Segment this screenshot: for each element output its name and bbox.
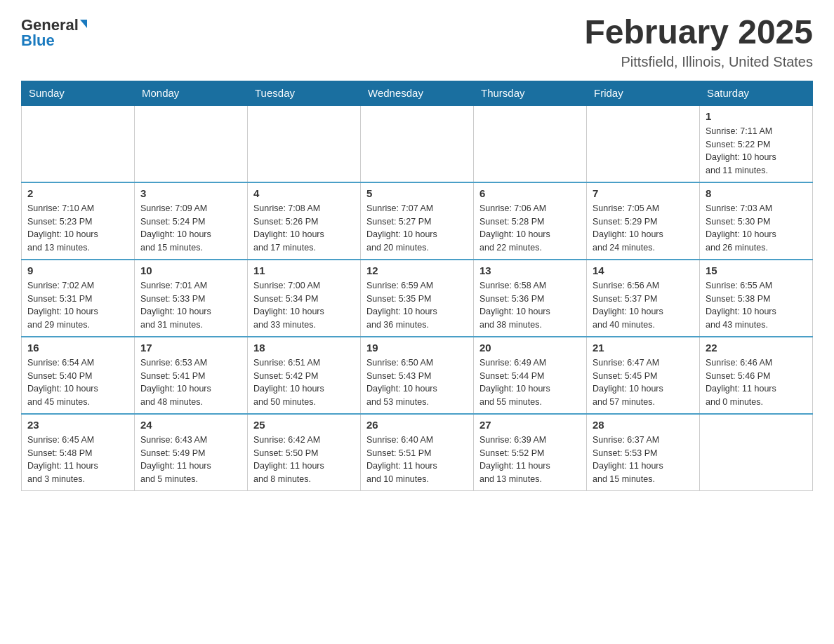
calendar-cell: 13Sunrise: 6:58 AMSunset: 5:36 PMDayligh…: [474, 260, 587, 337]
weekday-header-saturday: Saturday: [700, 81, 813, 105]
day-info: Sunrise: 7:05 AMSunset: 5:29 PMDaylight:…: [593, 202, 694, 255]
day-number: 14: [593, 264, 694, 276]
calendar-week-1: 1Sunrise: 7:11 AMSunset: 5:22 PMDaylight…: [22, 105, 813, 182]
day-info: Sunrise: 6:37 AMSunset: 5:53 PMDaylight:…: [593, 434, 694, 486]
weekday-header-monday: Monday: [135, 81, 248, 105]
day-info: Sunrise: 7:02 AMSunset: 5:31 PMDaylight:…: [27, 279, 128, 332]
day-number: 12: [366, 264, 468, 276]
day-number: 16: [27, 342, 128, 354]
calendar-cell: 2Sunrise: 7:10 AMSunset: 5:23 PMDaylight…: [22, 182, 135, 260]
day-number: 7: [593, 187, 694, 199]
calendar-cell: 18Sunrise: 6:51 AMSunset: 5:42 PMDayligh…: [248, 337, 361, 414]
weekday-header-friday: Friday: [587, 81, 700, 105]
calendar-cell: 24Sunrise: 6:43 AMSunset: 5:49 PMDayligh…: [135, 414, 248, 491]
calendar-cell: [22, 105, 135, 182]
day-number: 23: [27, 419, 128, 431]
calendar-week-3: 9Sunrise: 7:02 AMSunset: 5:31 PMDaylight…: [22, 260, 813, 337]
day-info: Sunrise: 7:06 AMSunset: 5:28 PMDaylight:…: [479, 202, 581, 255]
day-info: Sunrise: 6:55 AMSunset: 5:38 PMDaylight:…: [706, 279, 807, 332]
day-info: Sunrise: 6:47 AMSunset: 5:45 PMDaylight:…: [593, 356, 694, 409]
day-info: Sunrise: 6:50 AMSunset: 5:43 PMDaylight:…: [366, 356, 468, 409]
calendar-cell: 22Sunrise: 6:46 AMSunset: 5:46 PMDayligh…: [700, 337, 813, 414]
day-info: Sunrise: 7:03 AMSunset: 5:30 PMDaylight:…: [706, 202, 807, 255]
calendar-cell: 27Sunrise: 6:39 AMSunset: 5:52 PMDayligh…: [474, 414, 587, 491]
calendar-cell: 11Sunrise: 7:00 AMSunset: 5:34 PMDayligh…: [248, 260, 361, 337]
day-info: Sunrise: 7:01 AMSunset: 5:33 PMDaylight:…: [140, 279, 241, 332]
day-info: Sunrise: 6:59 AMSunset: 5:35 PMDaylight:…: [366, 279, 468, 332]
calendar-cell: [248, 105, 361, 182]
calendar-week-5: 23Sunrise: 6:45 AMSunset: 5:48 PMDayligh…: [22, 414, 813, 491]
calendar-cell: 10Sunrise: 7:01 AMSunset: 5:33 PMDayligh…: [135, 260, 248, 337]
calendar-cell: 9Sunrise: 7:02 AMSunset: 5:31 PMDaylight…: [22, 260, 135, 337]
logo-arrow-icon: [80, 20, 87, 28]
day-number: 4: [253, 187, 355, 199]
calendar-cell: 7Sunrise: 7:05 AMSunset: 5:29 PMDaylight…: [587, 182, 700, 260]
calendar-cell: 5Sunrise: 7:07 AMSunset: 5:27 PMDaylight…: [361, 182, 474, 260]
day-number: 13: [479, 264, 581, 276]
calendar-cell: 4Sunrise: 7:08 AMSunset: 5:26 PMDaylight…: [248, 182, 361, 260]
calendar-cell: [361, 105, 474, 182]
calendar-cell: 6Sunrise: 7:06 AMSunset: 5:28 PMDaylight…: [474, 182, 587, 260]
day-info: Sunrise: 6:43 AMSunset: 5:49 PMDaylight:…: [140, 434, 241, 486]
calendar-cell: 14Sunrise: 6:56 AMSunset: 5:37 PMDayligh…: [587, 260, 700, 337]
weekday-header-sunday: Sunday: [22, 81, 135, 105]
calendar-cell: 19Sunrise: 6:50 AMSunset: 5:43 PMDayligh…: [361, 337, 474, 414]
day-info: Sunrise: 6:49 AMSunset: 5:44 PMDaylight:…: [479, 356, 581, 409]
day-info: Sunrise: 7:08 AMSunset: 5:26 PMDaylight:…: [253, 202, 355, 255]
day-number: 26: [366, 419, 468, 431]
day-info: Sunrise: 6:45 AMSunset: 5:48 PMDaylight:…: [27, 434, 128, 486]
day-number: 19: [366, 342, 468, 354]
day-info: Sunrise: 7:09 AMSunset: 5:24 PMDaylight:…: [140, 202, 241, 255]
day-info: Sunrise: 7:10 AMSunset: 5:23 PMDaylight:…: [27, 202, 128, 255]
day-number: 8: [706, 187, 807, 199]
day-number: 24: [140, 419, 241, 431]
calendar-header-row: SundayMondayTuesdayWednesdayThursdayFrid…: [22, 81, 813, 105]
location-title: Pittsfield, Illinois, United States: [584, 54, 813, 70]
calendar-cell: 25Sunrise: 6:42 AMSunset: 5:50 PMDayligh…: [248, 414, 361, 491]
day-number: 17: [140, 342, 241, 354]
day-info: Sunrise: 6:42 AMSunset: 5:50 PMDaylight:…: [253, 434, 355, 486]
calendar-cell: [587, 105, 700, 182]
day-info: Sunrise: 7:11 AMSunset: 5:22 PMDaylight:…: [706, 125, 807, 177]
calendar-cell: 23Sunrise: 6:45 AMSunset: 5:48 PMDayligh…: [22, 414, 135, 491]
calendar-cell: [700, 414, 813, 491]
calendar-week-2: 2Sunrise: 7:10 AMSunset: 5:23 PMDaylight…: [22, 182, 813, 260]
day-info: Sunrise: 6:54 AMSunset: 5:40 PMDaylight:…: [27, 356, 128, 409]
day-number: 18: [253, 342, 355, 354]
day-info: Sunrise: 6:40 AMSunset: 5:51 PMDaylight:…: [366, 434, 468, 486]
logo-blue: Blue: [21, 33, 55, 48]
day-number: 2: [27, 187, 128, 199]
day-number: 9: [27, 264, 128, 276]
calendar-week-4: 16Sunrise: 6:54 AMSunset: 5:40 PMDayligh…: [22, 337, 813, 414]
day-number: 22: [706, 342, 807, 354]
day-number: 27: [479, 419, 581, 431]
logo: General Blue: [21, 18, 87, 48]
day-info: Sunrise: 7:00 AMSunset: 5:34 PMDaylight:…: [253, 279, 355, 332]
day-number: 11: [253, 264, 355, 276]
weekday-header-wednesday: Wednesday: [361, 81, 474, 105]
page-header: General Blue February 2025 Pittsfield, I…: [21, 14, 813, 70]
calendar-cell: 1Sunrise: 7:11 AMSunset: 5:22 PMDaylight…: [700, 105, 813, 182]
calendar-cell: 3Sunrise: 7:09 AMSunset: 5:24 PMDaylight…: [135, 182, 248, 260]
day-number: 6: [479, 187, 581, 199]
title-section: February 2025 Pittsfield, Illinois, Unit…: [584, 14, 813, 70]
calendar-cell: 21Sunrise: 6:47 AMSunset: 5:45 PMDayligh…: [587, 337, 700, 414]
calendar-cell: 28Sunrise: 6:37 AMSunset: 5:53 PMDayligh…: [587, 414, 700, 491]
day-info: Sunrise: 6:46 AMSunset: 5:46 PMDaylight:…: [706, 356, 807, 409]
calendar-table: SundayMondayTuesdayWednesdayThursdayFrid…: [21, 81, 813, 491]
calendar-cell: 20Sunrise: 6:49 AMSunset: 5:44 PMDayligh…: [474, 337, 587, 414]
day-number: 20: [479, 342, 581, 354]
day-number: 25: [253, 419, 355, 431]
day-info: Sunrise: 7:07 AMSunset: 5:27 PMDaylight:…: [366, 202, 468, 255]
day-number: 15: [706, 264, 807, 276]
calendar-cell: [135, 105, 248, 182]
day-info: Sunrise: 6:53 AMSunset: 5:41 PMDaylight:…: [140, 356, 241, 409]
weekday-header-thursday: Thursday: [474, 81, 587, 105]
calendar-cell: 16Sunrise: 6:54 AMSunset: 5:40 PMDayligh…: [22, 337, 135, 414]
calendar-cell: 17Sunrise: 6:53 AMSunset: 5:41 PMDayligh…: [135, 337, 248, 414]
logo-general: General: [21, 18, 79, 33]
day-info: Sunrise: 6:56 AMSunset: 5:37 PMDaylight:…: [593, 279, 694, 332]
calendar-cell: 8Sunrise: 7:03 AMSunset: 5:30 PMDaylight…: [700, 182, 813, 260]
day-info: Sunrise: 6:58 AMSunset: 5:36 PMDaylight:…: [479, 279, 581, 332]
day-number: 10: [140, 264, 241, 276]
